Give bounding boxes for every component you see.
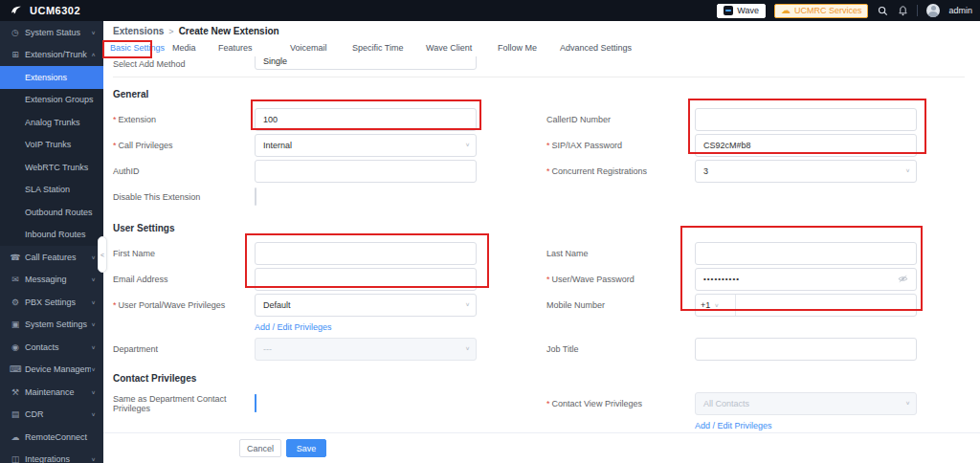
sidebar-item-sla-station[interactable]: SLA Station [0, 179, 103, 202]
callerid-input[interactable] [695, 108, 917, 131]
monitor-gear-icon: ▣ [10, 320, 21, 329]
username: admin [948, 6, 972, 15]
email-input[interactable] [255, 268, 477, 291]
user-wave-password-label: *User/Wave Password [546, 275, 695, 284]
extension-input[interactable]: 100 [255, 108, 477, 131]
sidebar-item-integrations[interactable]: ◫ Integrations ∨ [0, 449, 103, 463]
tab-advanced-settings[interactable]: Advanced Settings [560, 40, 632, 56]
sidebar-item-extension-groups[interactable]: Extension Groups [0, 89, 103, 112]
header-divider [917, 5, 918, 16]
phone-icon: ☎ [10, 253, 21, 262]
contact-view-privileges-label: *Contact View Privileges [546, 399, 695, 408]
eye-off-icon[interactable] [898, 275, 908, 283]
form-footer: Cancel Save [103, 432, 980, 463]
same-as-department-checkbox[interactable] [255, 394, 256, 412]
sidebar-collapse-handle[interactable]: < [98, 236, 107, 273]
sidebar-item-call-features[interactable]: ☎ Call Features ∨ [0, 246, 103, 269]
user-portal-privileges-select[interactable]: Default [255, 294, 477, 317]
breadcrumb: Extensions > Create New Extension [113, 21, 279, 41]
call-privileges-label: *Call Privileges [113, 141, 255, 150]
chevron-down-icon: ∨ [91, 299, 96, 305]
extension-label: *Extension [113, 115, 255, 124]
sidebar-item-system-status[interactable]: ◷ System Status ∨ [0, 21, 103, 44]
sidebar-item-voip-trunks[interactable]: VoIP Trunks [0, 134, 103, 157]
chevron-down-icon: ∨ [91, 344, 96, 350]
tab-features[interactable]: Features [218, 40, 253, 56]
contact-view-privileges-select[interactable]: All Contacts [695, 392, 917, 415]
last-name-input[interactable] [695, 242, 917, 265]
user-wave-password-input[interactable]: •••••••••• [695, 268, 917, 291]
notification-bell-icon[interactable] [897, 5, 908, 16]
department-label: Department [113, 344, 255, 354]
sidebar-item-contacts[interactable]: ◉ Contacts ∨ [0, 336, 103, 359]
job-title-input[interactable] [695, 338, 917, 361]
chat-icon: ✉ [10, 275, 21, 284]
sidebar-item-remoteconnect[interactable]: ☁ RemoteConnect [0, 426, 103, 449]
brand: UCM6302 [0, 4, 103, 17]
add-edit-privileges-link[interactable]: Add / Edit Privileges [255, 322, 332, 332]
sidebar-item-inbound-routes[interactable]: Inbound Routes [0, 224, 103, 247]
add-edit-privileges-link-contact[interactable]: Add / Edit Privileges [695, 421, 772, 430]
app-window: UCM6302 Wave ☁ UCMRC Services admin ◷ [0, 0, 980, 463]
email-label: Email Address [113, 275, 255, 284]
authid-label: AuthID [113, 166, 255, 176]
authid-input[interactable] [255, 160, 477, 183]
document-icon: ▤ [10, 409, 21, 419]
tab-specific-time[interactable]: Specific Time [352, 40, 404, 56]
chevron-down-icon: ∨ [465, 301, 470, 307]
search-icon[interactable] [877, 5, 888, 16]
chevron-down-icon: ∨ [91, 321, 96, 327]
gauge-icon: ◷ [10, 28, 21, 37]
call-privileges-select[interactable]: Internal [255, 134, 477, 157]
same-as-department-label: Same as Department Contact Privileges [113, 394, 255, 413]
wave-button[interactable]: Wave [717, 4, 766, 18]
tab-wave-client[interactable]: Wave Client [426, 40, 472, 56]
sidebar-item-cdr[interactable]: ▤ CDR ∨ [0, 404, 103, 427]
top-header: UCM6302 Wave ☁ UCMRC Services admin [0, 0, 980, 21]
ucmrc-services-button[interactable]: ☁ UCMRC Services [774, 4, 869, 18]
sitemap-icon: ⊞ [10, 50, 21, 59]
tab-voicemail[interactable]: Voicemail [290, 40, 327, 56]
main-panel: Extensions > Create New Extension Basic … [103, 21, 980, 463]
cancel-button[interactable]: Cancel [239, 439, 281, 457]
sidebar-item-messaging[interactable]: ✉ Messaging ∨ [0, 269, 103, 292]
tab-basic-settings[interactable]: Basic Settings [110, 40, 165, 56]
section-title-general: General [113, 89, 965, 99]
disable-extension-checkbox[interactable] [255, 187, 256, 206]
sidebar-item-pbx-settings[interactable]: ⚙ PBX Settings ∨ [0, 291, 103, 314]
breadcrumb-extensions[interactable]: Extensions [113, 26, 164, 36]
chevron-down-icon: ∨ [91, 30, 96, 35]
modules-icon: ◫ [10, 454, 21, 463]
chevron-down-icon: ∨ [465, 345, 470, 351]
sidebar-item-extensions[interactable]: Extensions [0, 66, 103, 89]
sip-password-input[interactable]: CS92cM#b8 [695, 134, 917, 157]
sidebar-item-webrtc-trunks[interactable]: WebRTC Trunks [0, 156, 103, 179]
sidebar-item-maintenance[interactable]: ⚒ Maintenance ∨ [0, 381, 103, 404]
first-name-input[interactable] [255, 242, 477, 265]
save-button[interactable]: Save [286, 439, 326, 457]
first-name-label: First Name [113, 249, 255, 258]
department-select[interactable]: --- [255, 338, 477, 361]
section-title-user-settings: User Settings [113, 223, 965, 233]
product-name: UCM6302 [30, 5, 80, 16]
country-code-select[interactable]: +1 ∨ [696, 295, 736, 316]
tab-media[interactable]: Media [172, 40, 196, 56]
concurrent-registrations-select[interactable]: 3 [695, 160, 917, 183]
sidebar-item-analog-trunks[interactable]: Analog Trunks [0, 111, 103, 134]
page-title: Create New Extension [179, 26, 279, 36]
sidebar-item-system-settings[interactable]: ▣ System Settings ∨ [0, 314, 103, 337]
chevron-down-icon: ∨ [91, 389, 96, 395]
avatar[interactable] [926, 4, 940, 17]
sidebar-item-extension-trunk[interactable]: ⊞ Extension/Trunk ∧ [0, 44, 103, 67]
breadcrumb-separator: > [168, 27, 173, 36]
monitor-icon: ⌨ [10, 364, 21, 374]
wrench-icon: ⚒ [10, 387, 21, 397]
concurrent-registrations-label: *Concurrent Registrations [546, 166, 695, 176]
sidebar-item-outbound-routes[interactable]: Outbound Routes [0, 201, 103, 224]
form-content: General *Extension 100 CallerID Number *… [113, 77, 965, 435]
sidebar-item-device-management[interactable]: ⌨ Device Management ∨ [0, 359, 103, 382]
sip-password-label: *SIP/IAX Password [546, 141, 695, 150]
disable-extension-label: Disable This Extension [113, 192, 255, 202]
chevron-down-icon: ∨ [91, 254, 96, 260]
tab-follow-me[interactable]: Follow Me [498, 40, 537, 56]
